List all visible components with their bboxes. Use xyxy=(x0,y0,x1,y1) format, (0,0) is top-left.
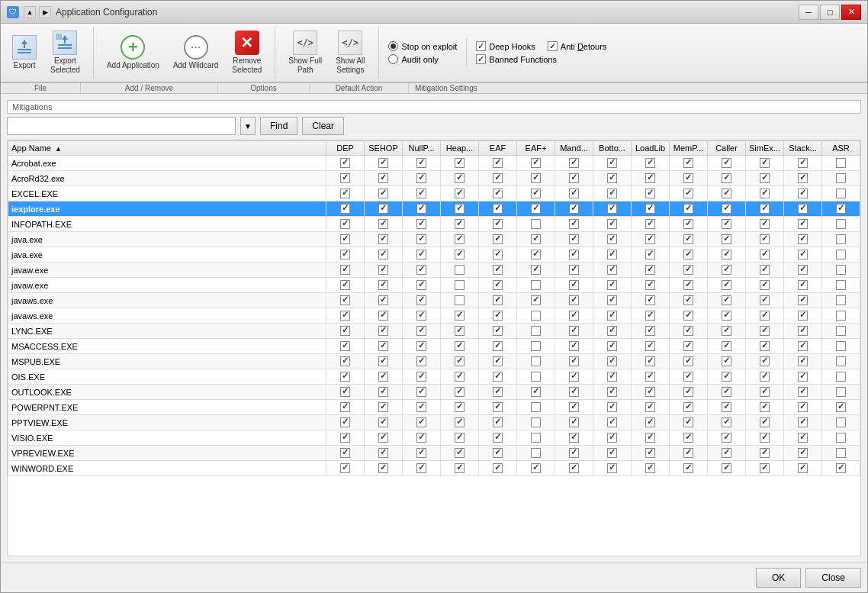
cell-checkbox[interactable]: ✓ xyxy=(479,354,517,369)
table-row[interactable]: MSPUB.EXE✓✓✓✓✓✓✓✓✓✓✓✓ xyxy=(8,354,860,369)
table-row[interactable]: MSACCESS.EXE✓✓✓✓✓✓✓✓✓✓✓✓ xyxy=(8,339,860,354)
cell-checkbox[interactable]: ✓ xyxy=(632,415,670,430)
cell-checkbox[interactable]: ✓ xyxy=(326,278,365,293)
col-heap[interactable]: Heap... xyxy=(441,141,479,156)
cell-checkbox[interactable]: ✓ xyxy=(555,461,593,476)
cell-checkbox[interactable]: ✓ xyxy=(708,201,746,217)
cell-checkbox[interactable]: ✓ xyxy=(784,156,822,171)
system-menu-icon[interactable]: ▲ xyxy=(24,6,36,18)
cell-checkbox[interactable]: ✓ xyxy=(441,461,479,476)
cell-checkbox[interactable]: ✓ xyxy=(708,400,746,415)
cell-checkbox[interactable]: ✓ xyxy=(670,201,708,217)
table-row[interactable]: javaws.exe✓✓✓✓✓✓✓✓✓✓✓✓ xyxy=(8,293,860,308)
cell-checkbox[interactable]: ✓ xyxy=(403,217,441,232)
cell-checkbox[interactable]: ✓ xyxy=(365,461,403,476)
cell-checkbox[interactable]: ✓ xyxy=(326,308,365,324)
table-row[interactable]: VISIO.EXE✓✓✓✓✓✓✓✓✓✓✓✓ xyxy=(8,430,860,446)
cell-checkbox[interactable]: ✓ xyxy=(479,156,517,171)
cell-checkbox[interactable]: ✓ xyxy=(479,201,517,217)
cell-checkbox[interactable]: ✓ xyxy=(746,201,784,217)
cell-checkbox[interactable]: ✓ xyxy=(670,369,708,385)
cell-checkbox[interactable]: ✓ xyxy=(555,232,593,247)
cell-checkbox[interactable]: ✓ xyxy=(326,324,365,339)
cell-checkbox[interactable]: ✓ xyxy=(784,263,822,278)
cell-checkbox[interactable]: ✓ xyxy=(555,385,593,400)
cell-checkbox[interactable]: ✓ xyxy=(746,430,784,446)
cell-checkbox[interactable]: ✓ xyxy=(784,217,822,232)
cell-checkbox[interactable]: ✓ xyxy=(441,186,479,201)
cell-checkbox[interactable]: ✓ xyxy=(403,186,441,201)
nav-icon[interactable]: ▶ xyxy=(39,6,51,18)
cell-checkbox[interactable]: ✓ xyxy=(403,354,441,369)
cell-checkbox[interactable]: ✓ xyxy=(441,415,479,430)
cell-checkbox[interactable] xyxy=(517,324,555,339)
cell-checkbox[interactable]: ✓ xyxy=(593,278,632,293)
cell-checkbox[interactable]: ✓ xyxy=(365,385,403,400)
col-simex[interactable]: SimEx... xyxy=(746,141,784,156)
cell-checkbox[interactable]: ✓ xyxy=(479,293,517,308)
table-row[interactable]: WINWORD.EXE✓✓✓✓✓✓✓✓✓✓✓✓✓✓ xyxy=(8,461,860,476)
cell-checkbox[interactable]: ✓ xyxy=(365,232,403,247)
cell-checkbox[interactable]: ✓ xyxy=(403,278,441,293)
cell-checkbox[interactable]: ✓ xyxy=(746,339,784,354)
cell-checkbox[interactable] xyxy=(517,400,555,415)
cell-checkbox[interactable]: ✓ xyxy=(708,324,746,339)
table-row[interactable]: VPREVIEW.EXE✓✓✓✓✓✓✓✓✓✓✓✓ xyxy=(8,446,860,461)
cell-checkbox[interactable] xyxy=(822,324,860,339)
cell-checkbox[interactable] xyxy=(822,156,860,171)
cell-checkbox[interactable]: ✓ xyxy=(670,446,708,461)
cell-checkbox[interactable]: ✓ xyxy=(441,156,479,171)
cell-checkbox[interactable]: ✓ xyxy=(403,461,441,476)
cell-checkbox[interactable]: ✓ xyxy=(555,247,593,263)
cell-checkbox[interactable]: ✓ xyxy=(746,461,784,476)
col-nullp[interactable]: NullP... xyxy=(403,141,441,156)
cell-checkbox[interactable]: ✓ xyxy=(708,461,746,476)
cell-checkbox[interactable]: ✓ xyxy=(403,263,441,278)
cell-checkbox[interactable]: ✓ xyxy=(479,400,517,415)
cell-checkbox[interactable]: ✓ xyxy=(593,354,632,369)
cell-checkbox[interactable]: ✓ xyxy=(784,446,822,461)
cell-checkbox[interactable]: ✓ xyxy=(365,430,403,446)
cell-checkbox[interactable]: ✓ xyxy=(670,430,708,446)
table-row[interactable]: Acrobat.exe✓✓✓✓✓✓✓✓✓✓✓✓✓ xyxy=(8,156,860,171)
cell-checkbox[interactable]: ✓ xyxy=(708,156,746,171)
cell-checkbox[interactable]: ✓ xyxy=(670,278,708,293)
cell-checkbox[interactable]: ✓ xyxy=(670,400,708,415)
cell-checkbox[interactable]: ✓ xyxy=(746,400,784,415)
cell-checkbox[interactable]: ✓ xyxy=(365,171,403,186)
cell-checkbox[interactable]: ✓ xyxy=(555,354,593,369)
cell-checkbox[interactable]: ✓ xyxy=(593,171,632,186)
cell-checkbox[interactable] xyxy=(517,369,555,385)
minimize-button[interactable]: ─ xyxy=(799,5,818,20)
col-caller[interactable]: Caller xyxy=(708,141,746,156)
cell-checkbox[interactable]: ✓ xyxy=(708,247,746,263)
cell-checkbox[interactable]: ✓ xyxy=(555,446,593,461)
col-loadlib[interactable]: LoadLib xyxy=(632,141,670,156)
cell-checkbox[interactable]: ✓ xyxy=(441,400,479,415)
cell-checkbox[interactable]: ✓ xyxy=(517,461,555,476)
cell-checkbox[interactable]: ✓ xyxy=(632,385,670,400)
cell-checkbox[interactable]: ✓ xyxy=(555,263,593,278)
add-wildcard-button[interactable]: ··· Add Wildcard xyxy=(166,31,225,74)
cell-checkbox[interactable] xyxy=(822,247,860,263)
cell-checkbox[interactable]: ✓ xyxy=(326,293,365,308)
cell-checkbox[interactable]: ✓ xyxy=(403,171,441,186)
export-selected-button[interactable]: ExportSelected xyxy=(43,27,87,79)
cell-checkbox[interactable]: ✓ xyxy=(441,247,479,263)
cell-checkbox[interactable]: ✓ xyxy=(746,156,784,171)
cell-checkbox[interactable] xyxy=(517,339,555,354)
cell-checkbox[interactable]: ✓ xyxy=(326,217,365,232)
cell-checkbox[interactable]: ✓ xyxy=(441,369,479,385)
export-button[interactable]: Export xyxy=(5,31,43,74)
cell-checkbox[interactable]: ✓ xyxy=(593,308,632,324)
cell-checkbox[interactable]: ✓ xyxy=(326,430,365,446)
cell-checkbox[interactable]: ✓ xyxy=(632,201,670,217)
cell-checkbox[interactable]: ✓ xyxy=(365,415,403,430)
cell-checkbox[interactable]: ✓ xyxy=(632,171,670,186)
cell-checkbox[interactable]: ✓ xyxy=(632,324,670,339)
cell-checkbox[interactable]: ✓ xyxy=(365,339,403,354)
cell-checkbox[interactable]: ✓ xyxy=(708,446,746,461)
cell-checkbox[interactable]: ✓ xyxy=(784,339,822,354)
cell-checkbox[interactable]: ✓ xyxy=(593,461,632,476)
cell-checkbox[interactable]: ✓ xyxy=(479,430,517,446)
